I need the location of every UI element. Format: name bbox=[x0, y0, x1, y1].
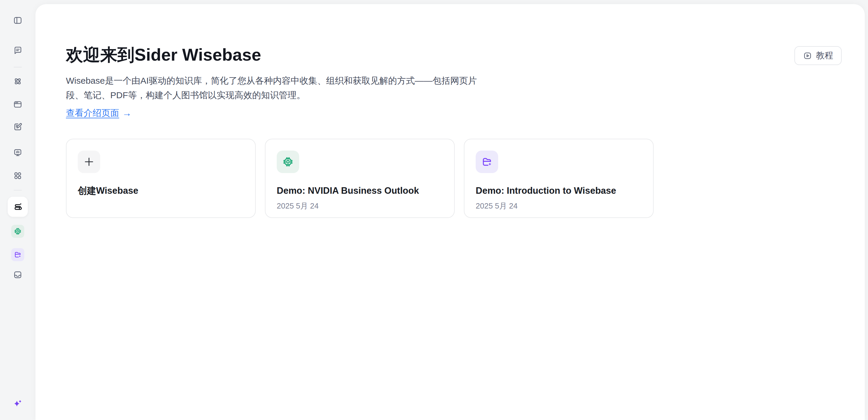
apps-grid-icon[interactable] bbox=[13, 171, 23, 180]
card-title: Demo: Introduction to Wisebase bbox=[476, 185, 642, 197]
inbox-icon[interactable] bbox=[13, 270, 23, 279]
folder-sparkle-icon bbox=[476, 151, 498, 173]
sidebar-divider bbox=[13, 190, 22, 190]
atom-icon[interactable] bbox=[13, 77, 23, 86]
demo-nvidia-card[interactable]: Demo: NVIDIA Business Outlook 2025 5月 24 bbox=[265, 139, 455, 218]
card-date: 2025 5月 24 bbox=[277, 201, 443, 211]
folder-sparkle-icon[interactable] bbox=[11, 248, 24, 261]
panel-toggle-icon[interactable] bbox=[13, 16, 23, 25]
main-panel: 欢迎来到Sider Wisebase 教程 Wisebase是一个由AI驱动的知… bbox=[35, 4, 865, 420]
page-title: 欢迎来到Sider Wisebase bbox=[66, 46, 261, 64]
demo-introduction-card[interactable]: Demo: Introduction to Wisebase 2025 5月 2… bbox=[464, 139, 654, 218]
plus-icon bbox=[78, 151, 100, 173]
sidebar-divider bbox=[13, 67, 22, 67]
card-date: 2025 5月 24 bbox=[476, 201, 642, 211]
card-title: Demo: NVIDIA Business Outlook bbox=[277, 185, 443, 197]
intro-description: Wisebase是一个由AI驱动的知识库，简化了您从各种内容中收集、组织和获取见… bbox=[66, 73, 486, 102]
tutorial-button[interactable]: 教程 bbox=[795, 46, 842, 65]
screen: 欢迎来到Sider Wisebase 教程 Wisebase是一个由AI驱动的知… bbox=[0, 0, 868, 420]
create-wisebase-card[interactable]: 创建Wisebase bbox=[66, 139, 256, 218]
wisebase-cards-row: 创建Wisebase Demo: NVIDIA Business Outlook… bbox=[66, 139, 842, 218]
card-title: 创建Wisebase bbox=[78, 185, 244, 197]
browser-window-icon[interactable] bbox=[13, 100, 23, 109]
tutorial-button-label: 教程 bbox=[816, 50, 833, 62]
arrow-right-icon: → bbox=[122, 108, 131, 119]
intro-page-link-label: 查看介绍页面 bbox=[66, 107, 119, 119]
video-play-icon bbox=[803, 51, 812, 60]
chat-icon[interactable] bbox=[13, 46, 23, 55]
chip-icon[interactable] bbox=[11, 225, 24, 238]
chip-icon bbox=[277, 151, 299, 173]
header-row: 欢迎来到Sider Wisebase 教程 bbox=[66, 46, 842, 65]
intro-page-link[interactable]: 查看介绍页面 → bbox=[66, 107, 131, 119]
sidebar bbox=[0, 0, 35, 420]
compose-icon[interactable] bbox=[13, 122, 23, 131]
presentation-chart-icon[interactable] bbox=[13, 148, 23, 157]
sparkles-logo-icon[interactable] bbox=[12, 397, 24, 409]
wisebase-books-icon[interactable] bbox=[8, 197, 28, 217]
